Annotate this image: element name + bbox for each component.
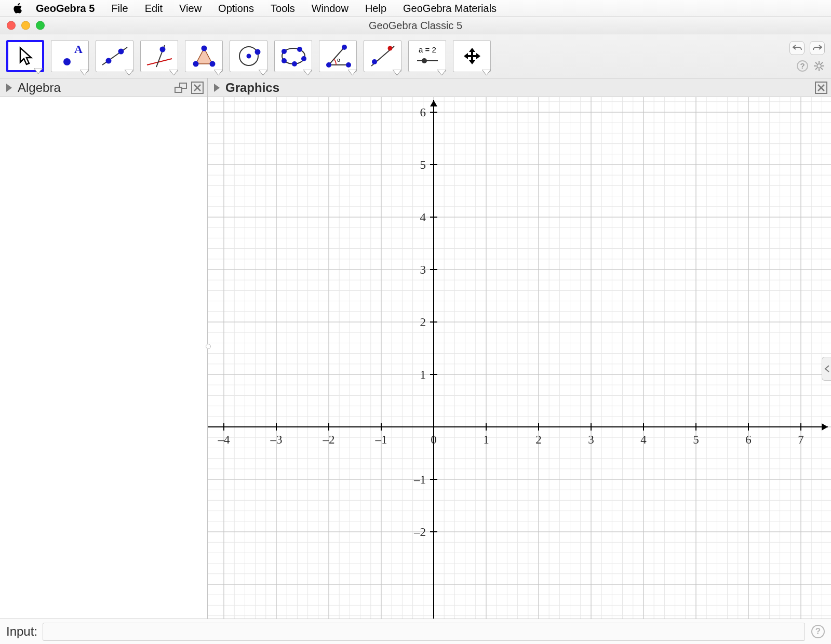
dropdown-icon[interactable] <box>214 70 223 76</box>
svg-text:α: α <box>337 57 341 63</box>
zoom-icon[interactable] <box>36 21 45 30</box>
main-area: –4–3–2–101234567–2–1123456 <box>0 97 831 619</box>
tool-polygon[interactable] <box>185 40 223 72</box>
graphics-title: Graphics <box>225 81 279 95</box>
svg-text:–4: –4 <box>218 433 231 446</box>
close-view-icon[interactable] <box>815 82 827 94</box>
svg-point-15 <box>282 49 287 54</box>
tool-conic[interactable] <box>274 40 312 72</box>
circle-icon <box>233 43 264 69</box>
expand-icon <box>214 84 220 92</box>
coordinate-plane[interactable]: –4–3–2–101234567–2–1123456 <box>208 97 831 619</box>
svg-point-25 <box>372 59 377 64</box>
svg-text:1: 1 <box>483 433 489 446</box>
svg-line-35 <box>815 62 817 64</box>
polygon-icon <box>189 43 220 69</box>
graphics-pane[interactable]: –4–3–2–101234567–2–1123456 <box>208 97 831 619</box>
toolbar: A <box>0 34 831 78</box>
tool-circle[interactable] <box>230 40 267 72</box>
algebra-pane[interactable] <box>0 97 208 619</box>
svg-point-17 <box>301 56 306 61</box>
undo-icon <box>793 44 802 51</box>
slider-icon: a = 2 <box>412 43 443 69</box>
menu-view[interactable]: View <box>171 3 210 15</box>
redo-button[interactable] <box>810 41 825 55</box>
svg-text:2: 2 <box>420 316 426 329</box>
svg-point-10 <box>201 46 207 51</box>
svg-text:3: 3 <box>420 263 426 276</box>
tool-slider[interactable]: a = 2 <box>408 40 446 72</box>
svg-line-2 <box>102 47 127 65</box>
window-controls <box>7 21 45 30</box>
svg-text:1: 1 <box>420 368 426 381</box>
minimize-icon[interactable] <box>21 21 30 30</box>
tool-move[interactable] <box>6 40 44 72</box>
expand-icon <box>6 84 12 92</box>
svg-point-19 <box>282 58 287 63</box>
point-icon: A <box>55 43 86 69</box>
splitter-handle[interactable] <box>206 344 211 349</box>
svg-point-1 <box>63 58 71 65</box>
dropdown-icon[interactable] <box>34 68 43 75</box>
svg-line-38 <box>815 68 817 70</box>
menu-tools[interactable]: Tools <box>262 3 303 15</box>
svg-text:5: 5 <box>420 158 426 171</box>
svg-point-8 <box>193 61 198 67</box>
tool-angle[interactable]: α <box>319 40 357 72</box>
dropdown-icon[interactable] <box>125 70 133 76</box>
menu-options[interactable]: Options <box>210 3 262 15</box>
svg-text:–1: –1 <box>375 433 387 446</box>
svg-point-21 <box>326 62 331 68</box>
menubar-app-name[interactable]: GeoGebra 5 <box>28 3 103 15</box>
input-field[interactable] <box>43 623 805 641</box>
reflect-icon <box>367 43 398 69</box>
dropdown-icon[interactable] <box>437 70 446 76</box>
dropdown-icon[interactable] <box>348 70 357 76</box>
dropdown-icon[interactable] <box>482 70 491 76</box>
dropdown-icon[interactable] <box>169 70 178 76</box>
tool-line[interactable] <box>96 40 133 72</box>
menu-edit[interactable]: Edit <box>137 3 171 15</box>
undo-button[interactable] <box>789 41 805 55</box>
menu-file[interactable]: File <box>103 3 136 15</box>
menu-materials[interactable]: GeoGebra Materials <box>395 3 505 15</box>
conic-icon <box>278 43 309 69</box>
svg-text:–2: –2 <box>413 526 426 539</box>
menu-window[interactable]: Window <box>303 3 357 15</box>
help-icon[interactable]: ? <box>797 60 808 72</box>
svg-point-18 <box>292 61 297 66</box>
svg-point-16 <box>297 47 302 52</box>
input-help-icon[interactable]: ? <box>811 625 825 638</box>
apple-logo-icon[interactable] <box>12 2 22 15</box>
algebra-header[interactable]: Algebra <box>0 78 208 97</box>
svg-point-7 <box>159 47 165 52</box>
gear-icon[interactable] <box>813 60 825 72</box>
tool-move-view[interactable] <box>453 40 491 72</box>
tool-reflect[interactable] <box>364 40 401 72</box>
svg-text:–3: –3 <box>270 433 283 446</box>
perpendicular-icon <box>144 43 175 69</box>
svg-text:3: 3 <box>588 433 594 446</box>
dropdown-icon[interactable] <box>303 70 312 76</box>
right-drawer-handle[interactable] <box>822 357 831 381</box>
svg-text:2: 2 <box>535 433 542 446</box>
input-bar: Input: ? <box>0 619 831 644</box>
graphics-header[interactable]: Graphics <box>208 78 831 97</box>
dropdown-icon[interactable] <box>80 70 89 76</box>
svg-text:5: 5 <box>693 433 699 446</box>
menu-help[interactable]: Help <box>357 3 395 15</box>
detach-window-icon[interactable] <box>175 83 187 93</box>
svg-text:6: 6 <box>420 106 426 119</box>
svg-line-36 <box>821 68 823 70</box>
angle-icon: α <box>323 43 354 69</box>
redo-icon <box>813 44 822 51</box>
tool-perpendicular[interactable] <box>140 40 178 72</box>
close-icon[interactable] <box>7 21 16 30</box>
svg-text:4: 4 <box>640 433 647 446</box>
dropdown-icon[interactable] <box>259 70 267 76</box>
svg-point-29 <box>422 58 427 63</box>
tool-point[interactable]: A <box>51 40 89 72</box>
dropdown-icon[interactable] <box>393 70 401 76</box>
close-view-icon[interactable] <box>191 82 204 94</box>
window-title: GeoGebra Classic 5 <box>369 20 462 32</box>
